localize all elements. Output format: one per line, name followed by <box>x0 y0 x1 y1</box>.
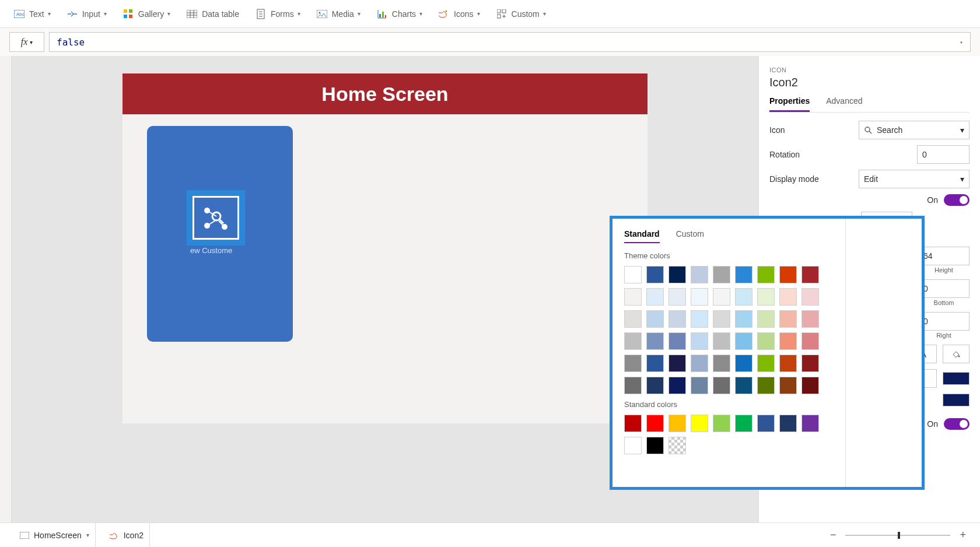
color-swatch[interactable] <box>624 377 642 394</box>
icon-dropdown[interactable]: Search ▾ <box>859 121 970 139</box>
ribbon-icons[interactable]: Icons▾ <box>439 9 480 19</box>
ribbon-datatable[interactable]: Data table <box>187 9 239 19</box>
color-swatch[interactable] <box>691 332 708 350</box>
color-swatch[interactable] <box>668 355 686 372</box>
color-swatch[interactable] <box>779 266 797 283</box>
color-swatch[interactable] <box>668 415 686 432</box>
selected-icon-bounds[interactable] <box>187 190 245 246</box>
color-swatch[interactable] <box>624 355 642 372</box>
color-swatch[interactable] <box>735 332 752 350</box>
color-swatch[interactable] <box>757 288 775 306</box>
picker-tab-custom[interactable]: Custom <box>676 229 704 243</box>
color-swatch[interactable] <box>802 310 819 328</box>
color-swatch[interactable] <box>646 415 664 432</box>
ribbon-gallery[interactable]: Gallery▾ <box>123 9 170 19</box>
zoom-out[interactable]: − <box>830 529 836 541</box>
color-swatch[interactable] <box>802 377 819 394</box>
rotation-input[interactable]: 0 <box>917 145 970 164</box>
color-swatch[interactable] <box>713 415 730 432</box>
color-swatch[interactable] <box>713 377 730 394</box>
right-input[interactable]: 0 <box>918 312 970 331</box>
bottom-input[interactable]: 0 <box>918 279 970 298</box>
ribbon-custom[interactable]: Custom▾ <box>496 9 546 19</box>
color-swatch[interactable] <box>691 310 708 328</box>
tab-advanced[interactable]: Advanced <box>826 96 862 112</box>
ribbon-input[interactable]: Input▾ <box>67 9 107 19</box>
color-swatch[interactable] <box>757 310 775 328</box>
color-swatch[interactable] <box>646 266 664 283</box>
ribbon-charts[interactable]: Charts▾ <box>377 9 422 19</box>
ribbon-text[interactable]: Abc Text▾ <box>14 9 51 19</box>
color-swatch[interactable] <box>624 332 642 350</box>
visible-toggle[interactable] <box>944 194 970 206</box>
color-swatch[interactable] <box>646 355 664 372</box>
color-swatch[interactable] <box>757 415 775 432</box>
ribbon-forms[interactable]: Forms▾ <box>256 9 300 19</box>
color-swatch[interactable] <box>779 355 797 372</box>
color-swatch[interactable] <box>757 332 775 350</box>
color-swatch[interactable] <box>802 332 819 350</box>
color-swatch[interactable] <box>691 415 708 432</box>
color-swatch[interactable] <box>735 266 752 283</box>
color-swatch[interactable] <box>713 332 730 350</box>
color-swatch[interactable] <box>713 266 730 283</box>
color-swatch[interactable] <box>668 377 686 394</box>
color-swatch[interactable] <box>802 288 819 306</box>
breadcrumb-screen[interactable]: HomeScreen ▾ <box>14 523 96 547</box>
color-swatch[interactable] <box>802 415 819 432</box>
color-swatch[interactable] <box>624 415 642 432</box>
color-swatch[interactable] <box>691 266 708 283</box>
color-swatch[interactable] <box>735 355 752 372</box>
color-swatch[interactable] <box>713 288 730 306</box>
color-swatch[interactable] <box>779 377 797 394</box>
color-swatch[interactable] <box>624 437 642 454</box>
color-swatch[interactable] <box>779 288 797 306</box>
picker-tab-standard[interactable]: Standard <box>624 229 660 243</box>
color-swatch[interactable] <box>713 355 730 372</box>
color-swatch[interactable] <box>735 377 752 394</box>
ribbon-media[interactable]: Media▾ <box>317 9 360 19</box>
color-swatch[interactable] <box>624 266 642 283</box>
color-swatch[interactable] <box>668 288 686 306</box>
color-swatch[interactable] <box>668 310 686 328</box>
formula-input[interactable]: false ▾ <box>49 32 971 52</box>
color-swatch[interactable] <box>735 310 752 328</box>
left-rail[interactable] <box>0 56 12 523</box>
color-swatch[interactable] <box>668 437 686 454</box>
color-swatch[interactable] <box>691 355 708 372</box>
color-swatch[interactable] <box>779 332 797 350</box>
color-swatch[interactable] <box>802 355 819 372</box>
toggle-2[interactable] <box>944 418 970 430</box>
fill-button[interactable] <box>943 345 970 363</box>
color-swatch[interactable] <box>757 266 775 283</box>
color-swatch-1[interactable] <box>943 372 970 385</box>
color-swatch[interactable] <box>624 310 642 328</box>
tab-properties[interactable]: Properties <box>769 96 810 112</box>
selected-icon[interactable] <box>192 196 239 240</box>
color-swatch-2[interactable] <box>943 394 970 406</box>
zoom-in[interactable]: + <box>960 529 966 541</box>
color-swatch[interactable] <box>735 415 752 432</box>
color-swatch[interactable] <box>691 288 708 306</box>
app-canvas[interactable]: Home Screen ew Custome <box>123 73 648 423</box>
color-swatch[interactable] <box>646 437 664 454</box>
color-swatch[interactable] <box>624 288 642 306</box>
color-swatch[interactable] <box>713 310 730 328</box>
breadcrumb-control[interactable]: Icon2 <box>104 523 150 547</box>
color-swatch[interactable] <box>735 288 752 306</box>
color-swatch[interactable] <box>691 377 708 394</box>
color-swatch[interactable] <box>646 377 664 394</box>
color-swatch[interactable] <box>757 355 775 372</box>
color-swatch[interactable] <box>779 310 797 328</box>
fx-dropdown[interactable]: fx▾ <box>9 32 44 52</box>
color-swatch[interactable] <box>802 266 819 283</box>
color-swatch[interactable] <box>779 415 797 432</box>
color-swatch[interactable] <box>757 377 775 394</box>
displaymode-dropdown[interactable]: Edit ▾ <box>859 170 970 188</box>
color-swatch[interactable] <box>646 288 664 306</box>
color-swatch[interactable] <box>668 266 686 283</box>
color-swatch[interactable] <box>646 310 664 328</box>
height-input[interactable]: 64 <box>918 247 970 265</box>
zoom-slider[interactable] <box>845 535 950 536</box>
color-swatch[interactable] <box>646 332 664 350</box>
